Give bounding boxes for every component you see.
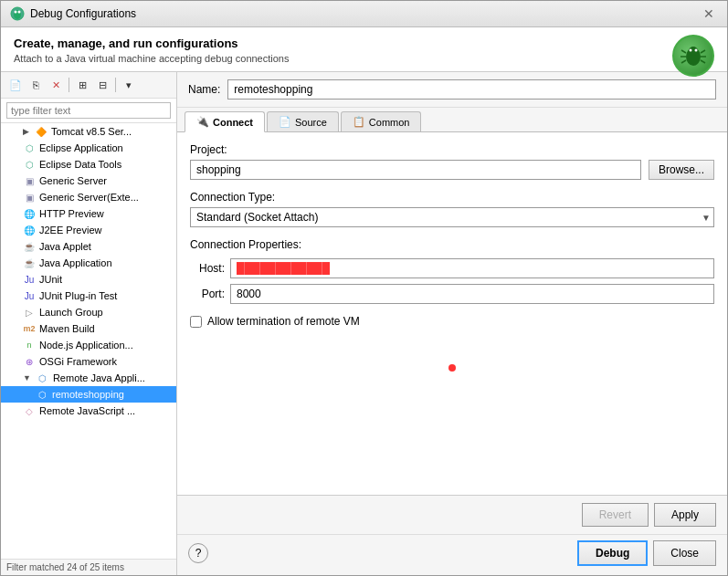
list-item[interactable]: ◇ Remote JavaScript ...: [1, 403, 176, 419]
list-item-label: Launch Group: [39, 307, 103, 318]
svg-line-10: [681, 60, 686, 63]
project-row: Browse...: [190, 160, 714, 180]
list-item[interactable]: ▼ ⬡ Remote Java Appli...: [1, 370, 176, 386]
list-item[interactable]: Ju JUnit: [1, 271, 176, 288]
filter-input[interactable]: [6, 102, 171, 119]
svg-point-2: [15, 11, 17, 14]
remote-java-icon: ⬡: [37, 372, 49, 384]
tab-common[interactable]: 📋 Common: [341, 111, 422, 131]
list-item-label: Generic Server: [39, 175, 107, 186]
list-item[interactable]: 🌐 HTTP Preview: [1, 205, 176, 222]
collapse-button[interactable]: ⊟: [93, 76, 111, 94]
name-label: Name:: [188, 83, 220, 96]
connection-props-group: Connection Properties: Host: Port:: [190, 238, 714, 304]
allow-termination-checkbox[interactable]: [190, 316, 202, 328]
tab-connect-label: Connect: [213, 117, 253, 128]
list-item-label: Generic Server(Exte...: [39, 192, 139, 203]
list-item-label: Eclipse Data Tools: [39, 159, 121, 170]
list-item-label: Java Application: [39, 257, 112, 268]
name-input[interactable]: [227, 79, 716, 99]
dialog-icon: [10, 6, 25, 21]
list-item[interactable]: Ju JUnit Plug-in Test: [1, 288, 176, 304]
bottom-row: ? Debug Close: [177, 534, 727, 575]
toolbar-separator-2: [115, 78, 116, 92]
status-indicator: [448, 364, 456, 372]
close-window-button[interactable]: ✕: [700, 6, 718, 21]
tab-connect[interactable]: 🔌 Connect: [185, 111, 265, 132]
list-item[interactable]: ☕ Java Applet: [1, 238, 176, 255]
list-item-label: J2EE Preview: [39, 225, 101, 236]
list-item[interactable]: ⬡ Eclipse Application: [1, 140, 176, 156]
maven-icon: m2: [23, 322, 36, 335]
debug-button[interactable]: Debug: [577, 540, 648, 566]
j2ee-icon: 🌐: [23, 224, 36, 236]
port-input[interactable]: [230, 284, 714, 304]
project-group: Project: Browse...: [190, 143, 714, 180]
dialog-title: Debug Configurations: [30, 7, 136, 20]
list-item[interactable]: ▣ Generic Server(Exte...: [1, 189, 176, 205]
allow-termination-row: Allow termination of remote VM: [190, 315, 714, 328]
svg-point-3: [18, 11, 21, 14]
browse-button[interactable]: Browse...: [649, 160, 714, 180]
tab-source-label: Source: [295, 117, 327, 128]
name-row: Name:: [177, 72, 727, 108]
junit-icon: Ju: [23, 273, 36, 286]
list-item[interactable]: ☕ Java Application: [1, 255, 176, 271]
menu-button[interactable]: ▾: [120, 76, 138, 94]
list-item[interactable]: ⬡ Eclipse Data Tools: [1, 156, 176, 173]
expand-button[interactable]: ⊞: [73, 76, 91, 94]
list-item-label: HTTP Preview: [39, 208, 104, 219]
toolbar: 📄 ⎘ ✕ ⊞ ⊟ ▾: [1, 72, 176, 99]
bottom-area: Revert Apply ? Debug Close: [177, 495, 727, 575]
list-item-label: Node.js Application...: [39, 340, 133, 351]
generic-server-ext-icon: ▣: [23, 191, 36, 204]
remoteshopping-icon: ⬡: [36, 388, 48, 401]
list-item[interactable]: m2 Maven Build: [1, 320, 176, 337]
connection-type-select[interactable]: Standard (Socket Attach) Standard (Socke…: [190, 207, 714, 227]
connection-type-label: Connection Type:: [190, 191, 714, 204]
project-label: Project:: [190, 143, 714, 156]
tomcat-icon: 🔶: [35, 125, 47, 138]
launch-group-icon: ▷: [23, 306, 36, 319]
help-button[interactable]: ?: [188, 543, 208, 563]
host-input[interactable]: [230, 258, 714, 278]
right-panel: Name: 🔌 Connect 📄 Source 📋 Common: [177, 72, 727, 575]
filter-status: Filter matched 24 of 25 items: [1, 559, 176, 575]
port-row: Port:: [190, 284, 714, 304]
nodejs-icon: n: [23, 339, 36, 351]
revert-button[interactable]: Revert: [582, 503, 649, 527]
port-label: Port:: [190, 288, 225, 300]
http-icon: 🌐: [23, 207, 36, 220]
list-item[interactable]: ⊛ OSGi Framework: [1, 353, 176, 370]
tab-source[interactable]: 📄 Source: [267, 111, 339, 131]
dialog-body: 📄 ⎘ ✕ ⊞ ⊟ ▾ ▶ 🔶 Tomcat v8.5 Ser...: [1, 72, 727, 575]
tabs-bar: 🔌 Connect 📄 Source 📋 Common: [177, 108, 727, 132]
toolbar-separator: [69, 78, 69, 92]
remote-js-icon: ◇: [23, 404, 36, 417]
delete-button[interactable]: ✕: [47, 76, 65, 94]
list-item[interactable]: n Node.js Application...: [1, 337, 176, 353]
list-item[interactable]: ▶ 🔶 Tomcat v8.5 Ser...: [1, 123, 176, 140]
list-item-label: OSGi Framework: [39, 356, 117, 367]
allow-termination-label: Allow termination of remote VM: [207, 315, 360, 328]
tab-common-label: Common: [369, 117, 410, 128]
header-title: Create, manage, and run configurations: [14, 37, 714, 50]
list-item[interactable]: ▣ Generic Server: [1, 173, 176, 189]
header-subtitle: Attach to a Java virtual machine accepti…: [14, 53, 714, 64]
list-item-selected[interactable]: ⬡ remoteshopping: [1, 386, 176, 403]
list-item[interactable]: 🌐 J2EE Preview: [1, 222, 176, 238]
duplicate-button[interactable]: ⎘: [26, 76, 45, 94]
list-item[interactable]: ▷ Launch Group: [1, 304, 176, 320]
java-applet-icon: ☕: [23, 240, 36, 253]
list-item-label: Eclipse Application: [39, 142, 123, 153]
bug-icon: [672, 35, 714, 77]
list-item-label: remoteshopping: [52, 389, 124, 400]
svg-point-6: [690, 49, 692, 52]
list-item-label: JUnit Plug-in Test: [39, 290, 117, 301]
project-input[interactable]: [190, 160, 641, 180]
close-button[interactable]: Close: [653, 540, 716, 566]
connection-type-group: Connection Type: Standard (Socket Attach…: [190, 191, 714, 227]
apply-button[interactable]: Apply: [654, 503, 716, 527]
tree-list: ▶ 🔶 Tomcat v8.5 Ser... ⬡ Eclipse Applica…: [1, 123, 176, 559]
new-config-button[interactable]: 📄: [6, 76, 25, 94]
